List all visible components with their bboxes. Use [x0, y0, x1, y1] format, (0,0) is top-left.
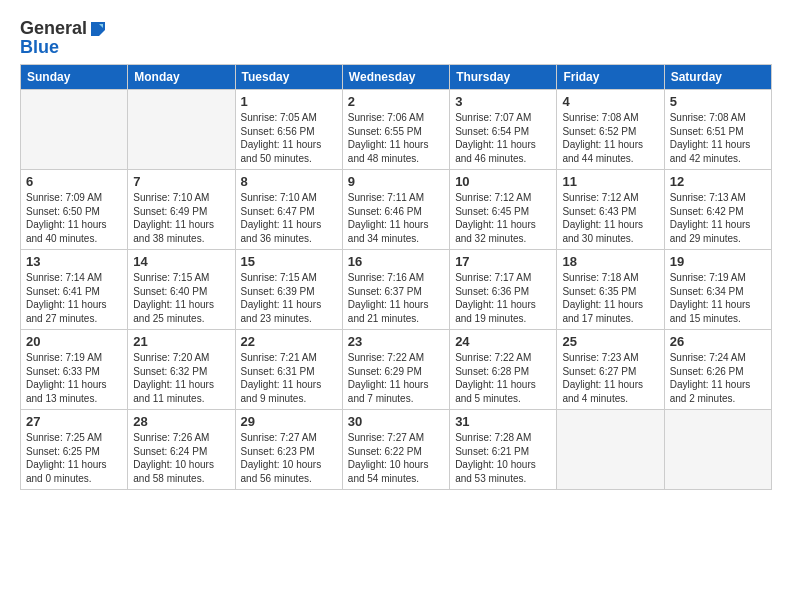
daylight-text-1: Daylight: 11 hours — [562, 138, 658, 152]
daylight-text-2: and 27 minutes. — [26, 312, 122, 326]
cell-info: Sunrise: 7:15 AMSunset: 6:40 PMDaylight:… — [133, 271, 229, 325]
day-number: 16 — [348, 254, 444, 269]
daylight-text-1: Daylight: 11 hours — [133, 298, 229, 312]
daylight-text-2: and 56 minutes. — [241, 472, 337, 486]
day-number: 11 — [562, 174, 658, 189]
sunset-text: Sunset: 6:43 PM — [562, 205, 658, 219]
daylight-text-1: Daylight: 11 hours — [455, 378, 551, 392]
calendar-cell: 7Sunrise: 7:10 AMSunset: 6:49 PMDaylight… — [128, 170, 235, 250]
daylight-text-1: Daylight: 11 hours — [348, 138, 444, 152]
sunset-text: Sunset: 6:47 PM — [241, 205, 337, 219]
sunset-text: Sunset: 6:41 PM — [26, 285, 122, 299]
cell-info: Sunrise: 7:22 AMSunset: 6:29 PMDaylight:… — [348, 351, 444, 405]
cell-info: Sunrise: 7:27 AMSunset: 6:23 PMDaylight:… — [241, 431, 337, 485]
daylight-text-2: and 25 minutes. — [133, 312, 229, 326]
daylight-text-2: and 53 minutes. — [455, 472, 551, 486]
day-number: 24 — [455, 334, 551, 349]
day-number: 4 — [562, 94, 658, 109]
col-wednesday: Wednesday — [342, 65, 449, 90]
daylight-text-1: Daylight: 11 hours — [241, 298, 337, 312]
sunrise-text: Sunrise: 7:27 AM — [241, 431, 337, 445]
daylight-text-2: and 17 minutes. — [562, 312, 658, 326]
daylight-text-1: Daylight: 11 hours — [26, 378, 122, 392]
day-number: 29 — [241, 414, 337, 429]
day-number: 1 — [241, 94, 337, 109]
cell-info: Sunrise: 7:08 AMSunset: 6:51 PMDaylight:… — [670, 111, 766, 165]
day-number: 17 — [455, 254, 551, 269]
daylight-text-2: and 34 minutes. — [348, 232, 444, 246]
sunrise-text: Sunrise: 7:10 AM — [241, 191, 337, 205]
daylight-text-1: Daylight: 11 hours — [133, 378, 229, 392]
daylight-text-2: and 0 minutes. — [26, 472, 122, 486]
daylight-text-2: and 11 minutes. — [133, 392, 229, 406]
logo-general: General — [20, 18, 87, 39]
day-number: 18 — [562, 254, 658, 269]
calendar-cell: 8Sunrise: 7:10 AMSunset: 6:47 PMDaylight… — [235, 170, 342, 250]
daylight-text-1: Daylight: 11 hours — [26, 218, 122, 232]
day-number: 26 — [670, 334, 766, 349]
sunset-text: Sunset: 6:28 PM — [455, 365, 551, 379]
daylight-text-1: Daylight: 10 hours — [133, 458, 229, 472]
day-number: 30 — [348, 414, 444, 429]
calendar-cell: 2Sunrise: 7:06 AMSunset: 6:55 PMDaylight… — [342, 90, 449, 170]
sunset-text: Sunset: 6:50 PM — [26, 205, 122, 219]
calendar-cell: 5Sunrise: 7:08 AMSunset: 6:51 PMDaylight… — [664, 90, 771, 170]
daylight-text-2: and 54 minutes. — [348, 472, 444, 486]
daylight-text-2: and 15 minutes. — [670, 312, 766, 326]
day-number: 28 — [133, 414, 229, 429]
sunset-text: Sunset: 6:34 PM — [670, 285, 766, 299]
cell-info: Sunrise: 7:12 AMSunset: 6:45 PMDaylight:… — [455, 191, 551, 245]
sunset-text: Sunset: 6:23 PM — [241, 445, 337, 459]
cell-info: Sunrise: 7:24 AMSunset: 6:26 PMDaylight:… — [670, 351, 766, 405]
daylight-text-1: Daylight: 10 hours — [241, 458, 337, 472]
daylight-text-2: and 46 minutes. — [455, 152, 551, 166]
sunrise-text: Sunrise: 7:11 AM — [348, 191, 444, 205]
cell-info: Sunrise: 7:12 AMSunset: 6:43 PMDaylight:… — [562, 191, 658, 245]
sunrise-text: Sunrise: 7:12 AM — [562, 191, 658, 205]
sunset-text: Sunset: 6:55 PM — [348, 125, 444, 139]
col-monday: Monday — [128, 65, 235, 90]
cell-info: Sunrise: 7:26 AMSunset: 6:24 PMDaylight:… — [133, 431, 229, 485]
daylight-text-2: and 7 minutes. — [348, 392, 444, 406]
week-row-5: 27Sunrise: 7:25 AMSunset: 6:25 PMDayligh… — [21, 410, 772, 490]
sunset-text: Sunset: 6:22 PM — [348, 445, 444, 459]
calendar-cell: 6Sunrise: 7:09 AMSunset: 6:50 PMDaylight… — [21, 170, 128, 250]
daylight-text-2: and 23 minutes. — [241, 312, 337, 326]
day-number: 15 — [241, 254, 337, 269]
cell-info: Sunrise: 7:06 AMSunset: 6:55 PMDaylight:… — [348, 111, 444, 165]
sunrise-text: Sunrise: 7:22 AM — [348, 351, 444, 365]
col-saturday: Saturday — [664, 65, 771, 90]
sunrise-text: Sunrise: 7:15 AM — [133, 271, 229, 285]
col-tuesday: Tuesday — [235, 65, 342, 90]
sunrise-text: Sunrise: 7:12 AM — [455, 191, 551, 205]
calendar-cell: 28Sunrise: 7:26 AMSunset: 6:24 PMDayligh… — [128, 410, 235, 490]
col-friday: Friday — [557, 65, 664, 90]
daylight-text-2: and 50 minutes. — [241, 152, 337, 166]
sunset-text: Sunset: 6:32 PM — [133, 365, 229, 379]
sunrise-text: Sunrise: 7:28 AM — [455, 431, 551, 445]
daylight-text-2: and 40 minutes. — [26, 232, 122, 246]
calendar-cell: 11Sunrise: 7:12 AMSunset: 6:43 PMDayligh… — [557, 170, 664, 250]
day-number: 21 — [133, 334, 229, 349]
logo-line1: General — [20, 18, 107, 39]
cell-info: Sunrise: 7:19 AMSunset: 6:34 PMDaylight:… — [670, 271, 766, 325]
day-number: 9 — [348, 174, 444, 189]
sunrise-text: Sunrise: 7:10 AM — [133, 191, 229, 205]
sunset-text: Sunset: 6:31 PM — [241, 365, 337, 379]
daylight-text-2: and 2 minutes. — [670, 392, 766, 406]
sunrise-text: Sunrise: 7:25 AM — [26, 431, 122, 445]
cell-info: Sunrise: 7:23 AMSunset: 6:27 PMDaylight:… — [562, 351, 658, 405]
calendar-cell: 15Sunrise: 7:15 AMSunset: 6:39 PMDayligh… — [235, 250, 342, 330]
calendar-cell: 18Sunrise: 7:18 AMSunset: 6:35 PMDayligh… — [557, 250, 664, 330]
sunset-text: Sunset: 6:26 PM — [670, 365, 766, 379]
sunset-text: Sunset: 6:29 PM — [348, 365, 444, 379]
sunset-text: Sunset: 6:51 PM — [670, 125, 766, 139]
calendar-cell: 12Sunrise: 7:13 AMSunset: 6:42 PMDayligh… — [664, 170, 771, 250]
daylight-text-1: Daylight: 11 hours — [670, 218, 766, 232]
calendar-cell — [557, 410, 664, 490]
calendar-cell: 21Sunrise: 7:20 AMSunset: 6:32 PMDayligh… — [128, 330, 235, 410]
sunset-text: Sunset: 6:49 PM — [133, 205, 229, 219]
calendar-cell: 10Sunrise: 7:12 AMSunset: 6:45 PMDayligh… — [450, 170, 557, 250]
cell-info: Sunrise: 7:19 AMSunset: 6:33 PMDaylight:… — [26, 351, 122, 405]
calendar-cell: 20Sunrise: 7:19 AMSunset: 6:33 PMDayligh… — [21, 330, 128, 410]
